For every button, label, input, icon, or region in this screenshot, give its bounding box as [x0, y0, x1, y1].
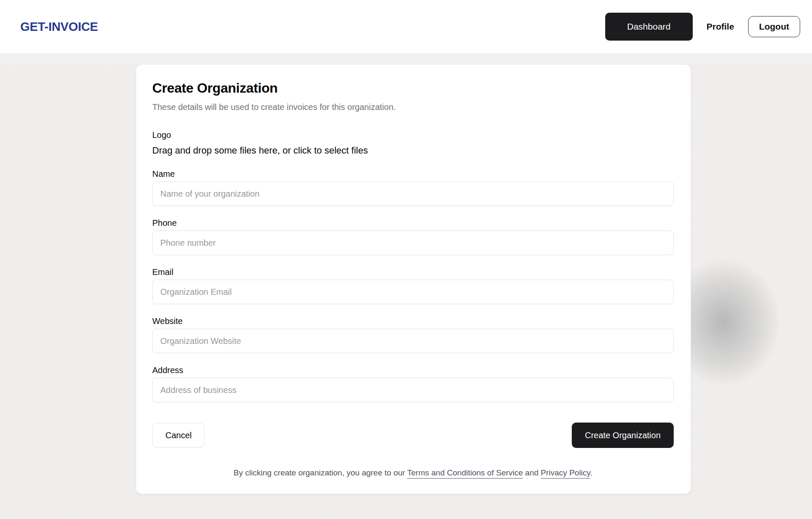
nav-profile-link[interactable]: Profile — [707, 22, 734, 32]
name-field-group: Name — [152, 169, 674, 206]
terms-note: By clicking create organization, you agr… — [152, 467, 674, 478]
name-input[interactable] — [152, 181, 674, 206]
phone-input[interactable] — [152, 231, 674, 255]
create-organization-button[interactable]: Create Organization — [572, 423, 674, 448]
email-input[interactable] — [152, 280, 674, 304]
form-subtitle: These details will be used to create inv… — [152, 101, 674, 113]
brand-logo[interactable]: GET-INVOICE — [20, 20, 98, 34]
terms-note-suffix: . — [590, 468, 592, 477]
page-body: Create Organization These details will b… — [0, 64, 812, 519]
nav-logout-button[interactable]: Logout — [748, 16, 800, 37]
form-actions: Cancel Create Organization — [152, 423, 674, 448]
phone-field-group: Phone — [152, 218, 674, 255]
website-field-group: Website — [152, 316, 674, 353]
address-input[interactable] — [152, 378, 674, 402]
create-organization-card: Create Organization These details will b… — [136, 64, 691, 494]
email-label: Email — [152, 267, 674, 277]
website-label: Website — [152, 316, 674, 326]
address-field-group: Address — [152, 365, 674, 402]
website-input[interactable] — [152, 329, 674, 353]
terms-and-conditions-link[interactable]: Terms and Conditions of Service — [407, 468, 523, 477]
terms-note-prefix: By clicking create organization, you agr… — [233, 468, 407, 477]
main-nav: Dashboard Profile Logout — [605, 13, 800, 41]
privacy-policy-link[interactable]: Privacy Policy — [541, 468, 590, 477]
logo-upload-group: Logo Drag and drop some files here, or c… — [152, 130, 674, 157]
page-title: Create Organization — [152, 80, 674, 96]
app-header: GET-INVOICE Dashboard Profile Logout — [0, 0, 812, 53]
logo-label: Logo — [152, 130, 674, 140]
file-dropzone[interactable]: Drag and drop some files here, or click … — [152, 144, 674, 157]
nav-dashboard-button[interactable]: Dashboard — [605, 13, 693, 41]
name-label: Name — [152, 169, 674, 179]
cancel-button[interactable]: Cancel — [152, 423, 205, 448]
phone-label: Phone — [152, 218, 674, 228]
address-label: Address — [152, 365, 674, 375]
email-field-group: Email — [152, 267, 674, 304]
terms-note-middle: and — [523, 468, 540, 477]
